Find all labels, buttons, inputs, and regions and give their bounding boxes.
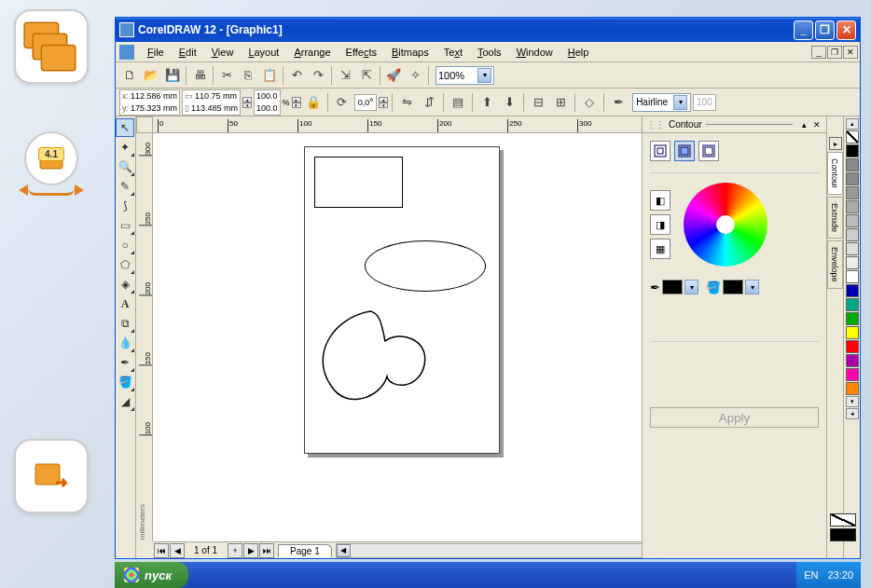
- menu-file[interactable]: File: [140, 45, 172, 60]
- open-button[interactable]: 📂: [141, 65, 161, 86]
- color-swatch[interactable]: [846, 256, 859, 269]
- outline-tool[interactable]: ✒: [116, 353, 134, 372]
- menu-edit[interactable]: Edit: [172, 45, 204, 60]
- group-button[interactable]: ⊞: [550, 92, 571, 113]
- color-swatch[interactable]: [846, 172, 859, 185]
- freehand-tool[interactable]: ✎: [116, 177, 134, 196]
- close-button[interactable]: ✕: [836, 21, 856, 40]
- menu-view[interactable]: View: [204, 45, 242, 60]
- new-button[interactable]: 🗋: [119, 65, 140, 86]
- color-swatch[interactable]: [846, 326, 859, 339]
- paste-button[interactable]: 📋: [259, 65, 280, 86]
- end-picker-button[interactable]: ▦: [650, 239, 671, 259]
- next-page-button[interactable]: ▶: [243, 543, 258, 558]
- menu-window[interactable]: Window: [509, 45, 560, 60]
- docker-collapse-button[interactable]: ▴: [798, 119, 809, 130]
- import-button[interactable]: ⇲: [335, 65, 355, 86]
- fill-tool[interactable]: 🪣: [116, 373, 134, 391]
- copy-button[interactable]: ⎘: [238, 65, 258, 86]
- add-page-button[interactable]: +: [228, 543, 242, 558]
- outline-picker-button[interactable]: ◨: [650, 214, 671, 235]
- color-swatch[interactable]: [846, 270, 859, 283]
- doc-close-button[interactable]: ✕: [843, 46, 858, 59]
- zoom-dropdown-button[interactable]: ▾: [477, 68, 491, 83]
- basic-shapes-tool[interactable]: ◈: [116, 275, 134, 294]
- color-swatch[interactable]: [846, 144, 859, 157]
- color-swatch[interactable]: [846, 200, 859, 213]
- contour-outside-button[interactable]: [698, 141, 719, 161]
- convert-curves-button[interactable]: ◇: [579, 92, 600, 113]
- outline-width-combo[interactable]: Hairline ▾: [632, 93, 691, 112]
- language-indicator[interactable]: EN: [804, 569, 818, 581]
- contour-inside-button[interactable]: [674, 141, 695, 161]
- save-button[interactable]: 💾: [162, 65, 183, 86]
- palette-down-button[interactable]: ▾: [846, 396, 859, 407]
- outline-indicator[interactable]: [830, 528, 856, 541]
- color-swatch[interactable]: [846, 228, 859, 241]
- title-bar[interactable]: CorelDRAW 12 - [Graphic1] _ ❐ ✕: [116, 18, 860, 42]
- apply-button[interactable]: Apply: [650, 407, 819, 428]
- corel-online-button[interactable]: ✧: [405, 65, 425, 86]
- menu-layout[interactable]: Layout: [241, 45, 286, 60]
- tab-contour[interactable]: Contour: [827, 152, 843, 195]
- fill-picker-button[interactable]: ◧: [650, 190, 671, 211]
- to-front-button[interactable]: ⬆: [477, 92, 497, 113]
- ellipse-shape[interactable]: [365, 240, 486, 292]
- color-swatch[interactable]: [846, 368, 859, 381]
- menu-arrange[interactable]: Arrange: [286, 45, 338, 60]
- tab-extrude[interactable]: Extrude: [827, 197, 843, 239]
- position-field[interactable]: x:112.586 mm y:175.323 mm: [119, 89, 180, 116]
- menu-tools[interactable]: Tools: [470, 45, 509, 60]
- page-tab[interactable]: Page 1: [278, 544, 332, 557]
- undo-button[interactable]: ↶: [286, 65, 307, 86]
- maximize-button[interactable]: ❐: [815, 21, 835, 40]
- smart-draw-tool[interactable]: ⟆: [116, 197, 134, 215]
- color-swatch[interactable]: [846, 354, 859, 367]
- color-wheel[interactable]: [684, 183, 767, 267]
- shape-tool[interactable]: ✦: [116, 138, 134, 157]
- zoom-combo[interactable]: ▾: [436, 66, 494, 85]
- page[interactable]: [304, 146, 500, 454]
- menu-help[interactable]: Help: [560, 45, 597, 60]
- app-launcher-button[interactable]: 🚀: [383, 65, 404, 86]
- system-tray[interactable]: EN 23:20: [796, 562, 861, 588]
- tab-envelope[interactable]: Envelope: [827, 240, 843, 289]
- color-swatch[interactable]: [846, 340, 859, 353]
- mirror-h-button[interactable]: ⇋: [396, 92, 417, 113]
- menu-text[interactable]: Text: [436, 45, 470, 60]
- ungroup-button[interactable]: ⊟: [528, 92, 548, 113]
- cut-button[interactable]: ✂: [216, 65, 237, 86]
- color-swatch[interactable]: [846, 158, 859, 171]
- last-page-button[interactable]: ⏭: [259, 543, 274, 558]
- prev-page-button[interactable]: ◀: [170, 543, 185, 558]
- first-page-button[interactable]: ⏮: [154, 543, 169, 558]
- outline-color-swatch[interactable]: [662, 280, 683, 294]
- docker-close-button[interactable]: ✕: [811, 119, 823, 130]
- wrap-button[interactable]: ▤: [448, 92, 468, 113]
- ruler-origin[interactable]: [136, 116, 153, 133]
- outline-color-dropdown[interactable]: ▾: [684, 280, 698, 294]
- color-swatch[interactable]: [846, 242, 859, 255]
- palette-flyout-button[interactable]: ◂: [846, 408, 859, 419]
- doc-icon[interactable]: [119, 45, 134, 60]
- docker-options-button[interactable]: ▸: [829, 137, 842, 150]
- vertical-ruler[interactable]: 300 250 200 150 100 millimeters: [136, 133, 153, 541]
- size-field[interactable]: ▭110.75 mm ▯113.485 mm: [182, 89, 241, 116]
- scale-field[interactable]: 100.0 100.0: [254, 89, 281, 116]
- interactive-fill-tool[interactable]: ◢: [116, 392, 134, 411]
- menu-bitmaps[interactable]: Bitmaps: [384, 45, 436, 60]
- fill-color-dropdown[interactable]: ▾: [745, 280, 759, 294]
- rectangle-tool[interactable]: ▭: [116, 216, 134, 235]
- start-button[interactable]: пуск: [115, 562, 188, 588]
- export-button[interactable]: ⇱: [356, 65, 377, 86]
- fill-color-swatch[interactable]: [723, 280, 743, 294]
- doc-restore-button[interactable]: ❐: [827, 46, 842, 59]
- docker-header[interactable]: ⋮⋮ Contour ▴ ✕: [643, 116, 826, 133]
- blend-tool[interactable]: ⧉: [116, 314, 134, 333]
- scroll-left-button[interactable]: ◀: [337, 544, 351, 557]
- text-tool[interactable]: A: [116, 294, 134, 313]
- color-swatch[interactable]: [846, 312, 859, 325]
- to-back-button[interactable]: ⬇: [499, 92, 519, 113]
- color-swatch[interactable]: [846, 284, 859, 297]
- lock-ratio-button[interactable]: 🔒: [303, 92, 324, 113]
